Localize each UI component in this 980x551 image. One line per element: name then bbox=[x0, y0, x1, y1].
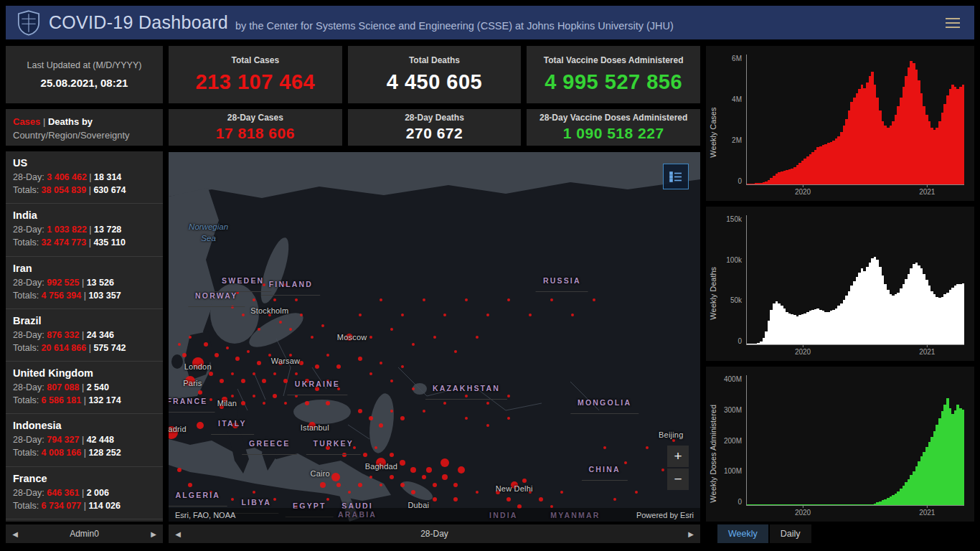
map-label-country: NORWAY bbox=[188, 286, 245, 307]
country-row[interactable]: Iran 28-Day: 992 525 | 13 526 Totals: 4 … bbox=[6, 257, 163, 309]
pager-prev-icon[interactable]: ◀ bbox=[169, 530, 187, 538]
country-name: Indonesia bbox=[13, 420, 156, 431]
y-axis-ticks: 6M4M2M0 bbox=[717, 55, 746, 198]
weekly-cases-chart: Weekly Cases 6M4M2M0 20202021 bbox=[706, 46, 974, 201]
stat-value: 270 672 bbox=[406, 125, 463, 142]
map-label-country: SWEDEN bbox=[215, 270, 271, 292]
deaths-label: Deaths by bbox=[48, 116, 93, 127]
stat-title: 28-Day Vaccine Doses Administered bbox=[540, 113, 687, 123]
map-label-country: FRANCE bbox=[169, 391, 215, 413]
y-tick-label: 2M bbox=[732, 136, 742, 144]
map-label-country: RUSSIA bbox=[536, 270, 588, 292]
chart-bar bbox=[962, 410, 965, 505]
country-totals-line: Totals: 6 734 077 | 114 026 bbox=[13, 499, 156, 512]
zoom-out-button[interactable]: − bbox=[667, 468, 689, 490]
map-label-sea: Norwegian Sea bbox=[189, 222, 228, 245]
country-list[interactable]: US 28-Day: 3 406 462 | 18 314 Totals: 38… bbox=[6, 151, 163, 522]
country-28day-line: 28-Day: 646 361 | 2 006 bbox=[13, 486, 156, 499]
page-subtitle: by the Center for Systems Science and En… bbox=[235, 14, 674, 32]
last-updated-label: Last Updated at (M/D/YYYY) bbox=[27, 60, 142, 70]
stat-title: Total Vaccine Doses Administered bbox=[544, 55, 684, 65]
country-row[interactable]: US 28-Day: 3 406 462 | 18 314 Totals: 38… bbox=[6, 151, 163, 204]
tab-daily[interactable]: Daily bbox=[770, 524, 811, 543]
legend-button[interactable] bbox=[663, 164, 689, 189]
pager-next-icon[interactable]: ▶ bbox=[144, 530, 163, 538]
map-label-city: Milan bbox=[217, 399, 237, 408]
country-name: US bbox=[13, 157, 156, 169]
y-tick-label: 0 bbox=[738, 498, 742, 506]
country-row[interactable]: Indonesia 28-Day: 794 327 | 42 448 Total… bbox=[6, 414, 163, 466]
country-28day-line: 28-Day: 807 088 | 2 540 bbox=[13, 381, 156, 394]
header-bar: COVID-19 Dashboard by the Center for Sys… bbox=[6, 6, 974, 39]
weekly-deaths-chart: Weekly Deaths 150k100k50k0 20202021 bbox=[706, 207, 974, 362]
admin-level-pager: ◀ Admin0 ▶ bbox=[6, 524, 163, 543]
page-title: COVID-19 Dashboard bbox=[49, 12, 228, 33]
powered-by-esri: Powered by Esri bbox=[636, 511, 694, 519]
stat-title: Total Cases bbox=[232, 55, 279, 65]
cases-label: Cases bbox=[13, 116, 40, 127]
x-tick-label: 2020 bbox=[795, 509, 811, 517]
stat-panel: Total Vaccine Doses Administered 4 995 5… bbox=[527, 46, 700, 103]
country-28day-line: 28-Day: 3 406 462 | 18 314 bbox=[13, 171, 156, 184]
chart-bar bbox=[962, 85, 965, 184]
map-label-country: GREECE bbox=[242, 433, 298, 455]
pager-label: 28-Day bbox=[187, 529, 682, 539]
map-label-city: Paris bbox=[183, 379, 202, 387]
zoom-in-button[interactable]: + bbox=[667, 446, 689, 467]
last-updated-panel: Last Updated at (M/D/YYYY) 25.08.2021, 0… bbox=[6, 46, 163, 103]
last-updated-value: 25.08.2021, 08:21 bbox=[41, 77, 128, 89]
country-list-header: Cases | Deaths by Country/Region/Soverei… bbox=[6, 109, 163, 146]
country-28day-line: 28-Day: 992 525 | 13 526 bbox=[13, 276, 156, 289]
y-axis-label: Weekly Deaths bbox=[709, 215, 717, 359]
stat-panel: 28-Day Deaths 270 672 bbox=[348, 109, 522, 146]
country-row[interactable]: India 28-Day: 1 033 822 | 13 728 Totals:… bbox=[6, 204, 163, 256]
map-label-country: CHINA bbox=[581, 459, 627, 481]
x-axis-ticks: 20202021 bbox=[746, 185, 964, 198]
country-totals-line: Totals: 38 054 839 | 630 674 bbox=[13, 184, 156, 197]
x-axis-ticks: 20202021 bbox=[746, 345, 964, 358]
y-tick-label: 0 bbox=[738, 337, 742, 345]
x-tick-label: 2021 bbox=[919, 348, 935, 356]
country-name: United Kingdom bbox=[13, 367, 156, 379]
country-row[interactable]: France 28-Day: 646 361 | 2 006 Totals: 6… bbox=[6, 467, 163, 519]
country-row[interactable]: Turkey bbox=[6, 519, 163, 522]
map-label-city: Cairo bbox=[311, 469, 330, 478]
y-tick-label: 300M bbox=[724, 406, 742, 414]
jhu-shield-logo-icon bbox=[17, 10, 40, 36]
map-label-country: TURKEY bbox=[306, 433, 361, 455]
pager-next-icon[interactable]: ▶ bbox=[682, 530, 700, 538]
map-label-country: FINLAND bbox=[262, 274, 320, 296]
x-tick-label: 2021 bbox=[919, 509, 935, 517]
pager-prev-icon[interactable]: ◀ bbox=[6, 530, 24, 538]
map-period-pager: ◀ 28-Day ▶ bbox=[169, 524, 700, 543]
map-label-city: Istanbul bbox=[301, 423, 329, 432]
y-axis-label: Weekly Cases bbox=[709, 55, 717, 198]
hamburger-menu-icon[interactable] bbox=[943, 15, 963, 31]
y-tick-label: 400M bbox=[724, 375, 742, 383]
map-label-city: Moscow bbox=[337, 333, 367, 342]
country-totals-line: Totals: 20 614 866 | 575 742 bbox=[13, 342, 156, 354]
country-row[interactable]: Brazil 28-Day: 876 332 | 24 346 Totals: … bbox=[6, 309, 163, 362]
list-header-line1: Cases | Deaths by bbox=[13, 116, 156, 129]
pager-label: Admin0 bbox=[24, 529, 144, 539]
world-map[interactable]: Norwegian SeaSWEDENFINLANDNORWAYRUSSIASt… bbox=[169, 152, 700, 522]
stat-value: 1 090 518 227 bbox=[563, 125, 664, 142]
tab-weekly[interactable]: Weekly bbox=[717, 524, 768, 543]
map-label-country: UKRAINE bbox=[288, 374, 347, 395]
y-tick-label: 50k bbox=[730, 296, 742, 304]
stats-grid: Total Cases 213 107 464 Total Deaths 4 4… bbox=[169, 46, 700, 146]
separator: | bbox=[40, 116, 48, 127]
stat-panel: Total Deaths 4 450 605 bbox=[348, 46, 522, 103]
chart-period-tabs: WeeklyDaily bbox=[717, 524, 811, 543]
map-label-city: Warsaw bbox=[271, 357, 301, 365]
map-label-city: Stockholm bbox=[250, 306, 288, 315]
plot-area bbox=[746, 215, 964, 346]
country-row[interactable]: United Kingdom 28-Day: 807 088 | 2 540 T… bbox=[6, 362, 163, 414]
country-28day-line: 28-Day: 876 332 | 24 346 bbox=[13, 329, 156, 342]
plot-area bbox=[746, 55, 964, 185]
stat-title: 28-Day Cases bbox=[227, 113, 283, 123]
chart-bar bbox=[962, 283, 965, 345]
stat-panel: 28-Day Cases 17 818 606 bbox=[169, 109, 342, 146]
x-tick-label: 2020 bbox=[795, 188, 811, 196]
stat-panel: Total Cases 213 107 464 bbox=[169, 46, 342, 103]
